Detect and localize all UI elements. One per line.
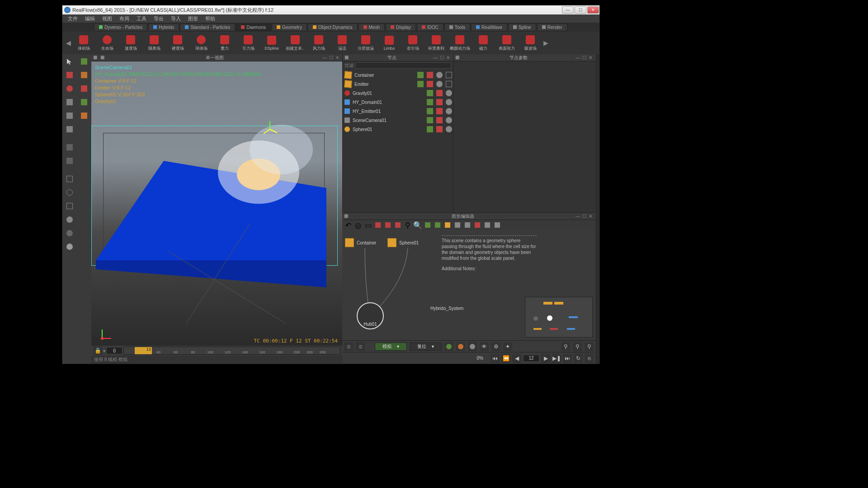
menu-view[interactable]: 视图 (99, 15, 116, 22)
shelf-item-11[interactable]: 湍流 (331, 33, 354, 53)
lock-icon[interactable]: 🔒 (93, 346, 102, 355)
viewport-3d[interactable]: SceneCamera01 HY_Domain01 PARTICLES:1,24… (91, 61, 342, 346)
ed-frame-icon[interactable]: ▭ (364, 221, 372, 229)
shelf-tab-geometry[interactable]: Geometry (272, 23, 307, 31)
prev-frame-icon[interactable]: ◀ (512, 354, 521, 363)
shelf-item-15[interactable]: 科里奥利 (425, 33, 448, 53)
ed-undo-icon[interactable]: ↶ (344, 221, 352, 229)
ed-tool-icon-3[interactable] (394, 221, 402, 229)
pb-icon-1[interactable] (444, 342, 453, 351)
tool-icon-10[interactable] (63, 200, 76, 212)
pb-gear-icon[interactable]: ⚙ (491, 342, 500, 351)
tool-icon-4[interactable] (63, 109, 76, 122)
panel-close-icon[interactable]: ✕ (334, 55, 340, 61)
menu-layout[interactable]: 布局 (116, 15, 133, 22)
shelf-tab-dynamics[interactable]: Object Dynamics (308, 23, 358, 31)
menu-file[interactable]: 文件 (64, 15, 81, 22)
shelf-item-10[interactable]: 风力场 (307, 33, 330, 53)
tool-icon-3[interactable] (63, 96, 76, 108)
pb-icon-4[interactable]: ✦ (503, 342, 512, 351)
node-row-gravity[interactable]: Gravity01 (344, 89, 452, 98)
panel-close-icon[interactable]: ✕ (587, 213, 594, 220)
editor-minimap[interactable] (525, 297, 593, 338)
shelf-tab-display[interactable]: Display (386, 23, 416, 31)
shelf-item-9[interactable]: 创建文本.. (284, 33, 307, 53)
simulate-button[interactable]: 模拟 ▾ (375, 343, 407, 351)
minimize-button[interactable]: — (562, 6, 574, 14)
close-button[interactable]: ✕ (587, 6, 599, 14)
maximize-button[interactable]: ☐ (575, 6, 586, 14)
tool-icon-8[interactable] (63, 173, 76, 185)
panel-min-icon[interactable]: — (575, 213, 581, 220)
tool-icon-1[interactable] (63, 69, 76, 81)
node-row-domain[interactable]: HY_Domain01 (344, 98, 452, 107)
editor-canvas[interactable]: Container Sphere01 Hub01 Hybrido_System … (342, 230, 595, 340)
tool-icon-2[interactable] (63, 82, 76, 95)
go-start-icon[interactable]: ⏮ (491, 354, 500, 363)
tool2-icon-1[interactable] (78, 69, 90, 81)
pb-zoomin-icon[interactable]: ⚲ (561, 342, 570, 351)
shelf-tab-daemons[interactable]: Daemons (236, 23, 271, 31)
ed-tool-icon-10[interactable] (483, 221, 491, 229)
tool2-icon-3[interactable] (78, 96, 90, 108)
select-tool-icon[interactable] (63, 55, 76, 68)
panel-min-icon[interactable]: — (432, 55, 439, 61)
pb-icon-3[interactable] (468, 342, 477, 351)
play-icon[interactable]: ▶❚ (552, 354, 561, 363)
shelf-tab-idoc[interactable]: IDOC (417, 23, 443, 31)
ed-tool-icon-11[interactable] (493, 221, 501, 229)
ed-target-icon[interactable]: ◎ (354, 221, 362, 229)
brush-tool-icon[interactable] (78, 55, 90, 68)
tool-icon-5[interactable] (63, 123, 76, 136)
tool-icon-12[interactable] (63, 227, 76, 239)
loop-icon[interactable]: ↻ (574, 354, 583, 363)
tool-icon-7[interactable] (63, 155, 76, 167)
ed-tool-icon-7[interactable] (453, 221, 462, 229)
shelf-tab-realwave[interactable]: RealWave (471, 23, 507, 31)
node-row-hyemitter[interactable]: HY_Emitter01 (344, 107, 452, 116)
ed-tool-icon-6[interactable] (443, 221, 452, 229)
tool2-icon-2[interactable] (78, 82, 90, 95)
shelf-item-18[interactable]: 表面张力 (495, 33, 518, 53)
shelf-item-14[interactable]: 牵引场 (401, 33, 424, 53)
current-frame-input[interactable] (523, 355, 539, 362)
shelf-tab-mesh[interactable]: Mesh (359, 23, 385, 31)
panel-max-icon[interactable]: ☐ (439, 55, 445, 61)
ed-tool-icon-5[interactable] (434, 221, 442, 229)
timeline-start-input[interactable] (106, 347, 123, 354)
ed-tool-icon-9[interactable] (473, 221, 481, 229)
pb-icon-2[interactable] (456, 342, 465, 351)
shelf-next-icon[interactable]: ▶ (542, 34, 549, 52)
shelf-item-1[interactable]: 生命场 (96, 33, 118, 53)
pb-zoomout-icon[interactable]: ⚲ (585, 342, 594, 351)
next-frame-icon[interactable]: ▶ (541, 354, 550, 363)
shelf-item-4[interactable]: 硬度场 (166, 33, 189, 53)
menu-graphic[interactable]: 图形 (184, 15, 202, 22)
shelf-item-16[interactable]: 椭圆动力场 (448, 33, 471, 53)
pb-extra-icon[interactable]: ⎋ (585, 354, 594, 363)
ed-search-icon[interactable]: 🔍 (414, 221, 422, 229)
reset-button[interactable]: 复位 ▾ (410, 343, 442, 351)
node-row-camera[interactable]: SceneCamera01 (344, 116, 452, 125)
ed-tool-icon-2[interactable] (384, 221, 392, 229)
shelf-item-2[interactable]: 速度场 (119, 33, 142, 53)
shelf-item-3[interactable]: 隔离场 (143, 33, 165, 53)
panel-menu-icon-2[interactable]: ▦ (100, 55, 107, 61)
panel-menu-icon[interactable]: ▦ (93, 55, 99, 61)
shelf-tab-hybrido[interactable]: Hybrido (148, 23, 179, 31)
tool-icon-13[interactable] (63, 240, 76, 253)
shelf-item-7[interactable]: 引力场 (237, 33, 259, 53)
timeline-ruler[interactable]: 12 40 60 80 100 120 140 160 180 200 200 … (123, 347, 340, 355)
node-row-container[interactable]: Container (344, 70, 452, 80)
panel-min-icon[interactable]: — (321, 55, 328, 61)
menu-export[interactable]: 导出 (150, 15, 167, 22)
shelf-item-19[interactable]: 吸波场 (519, 33, 542, 53)
shelf-item-8[interactable]: DSpline (260, 33, 283, 53)
pb-marker1-icon[interactable]: ⎅ (344, 342, 353, 351)
shelf-prev-icon[interactable]: ◀ (65, 34, 71, 52)
menu-import[interactable]: 导入 (167, 15, 184, 22)
menu-edit[interactable]: 编辑 (81, 15, 99, 22)
panel-menu-icon[interactable]: ▦ (344, 55, 351, 61)
panel-menu-icon[interactable]: ▦ (455, 55, 462, 61)
shelf-tab-render[interactable]: Render (537, 23, 567, 31)
